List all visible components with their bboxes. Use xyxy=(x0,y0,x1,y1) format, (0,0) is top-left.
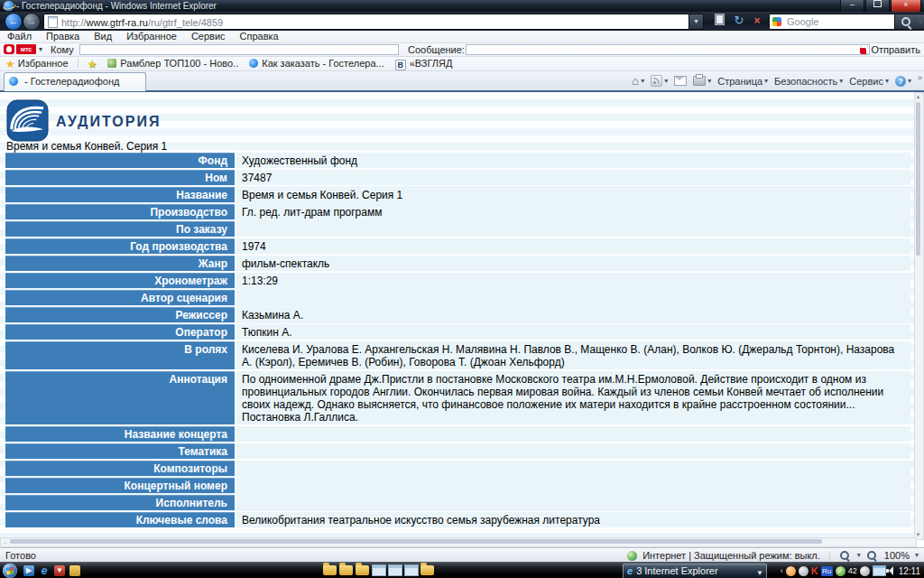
quick-launch-download-icon[interactable]: ▼ xyxy=(54,565,65,576)
vertical-scrollbar[interactable]: ▲ ▼ xyxy=(914,92,924,540)
sms-to-input[interactable] xyxy=(79,44,399,55)
quick-launch-mail-icon[interactable] xyxy=(69,565,80,576)
zoom-level[interactable]: 100% xyxy=(884,549,910,562)
page-menu-button[interactable]: Страница▾ xyxy=(717,76,768,87)
volume-icon[interactable] xyxy=(889,566,893,575)
page-menu-label: Страница xyxy=(717,76,762,87)
row-value xyxy=(236,221,910,237)
row-label: Автор сценария xyxy=(5,290,236,305)
favorites-link-rambler[interactable]: Рамблер ТОП100 - Ново.. xyxy=(102,57,244,70)
window-thumbnail[interactable] xyxy=(372,564,386,576)
row-label: Название концерта xyxy=(5,426,236,442)
taskbar-group-dropdown-icon[interactable]: ▼ xyxy=(756,567,763,578)
folder-window-icon[interactable] xyxy=(420,565,434,575)
scrollbar-thumb[interactable] xyxy=(916,102,920,256)
scroll-left-icon[interactable]: ‹ xyxy=(2,539,8,547)
tab-gosteleradiofond[interactable]: - Гостелерадиофонд xyxy=(4,72,146,91)
tray-update-icon[interactable]: ✓ xyxy=(836,566,845,576)
window-thumbnail[interactable] xyxy=(404,564,419,576)
search-box[interactable] xyxy=(769,14,895,30)
scroll-up-icon[interactable]: ▲ xyxy=(915,93,921,101)
table-row: Ном37487 xyxy=(5,170,910,185)
safety-menu-button[interactable]: Безопасность▾ xyxy=(774,76,843,87)
horizontal-scrollbar[interactable]: ‹ xyxy=(0,537,917,547)
forward-button[interactable]: → xyxy=(23,13,41,31)
menu-favorites[interactable]: Избранное xyxy=(119,31,184,42)
favorites-link-vzglyad[interactable]: B«ВЗГЛЯД xyxy=(390,57,458,70)
address-dropdown-button[interactable]: ▾ xyxy=(689,14,704,30)
back-button[interactable]: ← xyxy=(5,13,23,31)
sms-to-label: Кому xyxy=(51,43,74,56)
table-row: РежиссерКазьмина А. xyxy=(5,307,910,322)
tray-collapse-icon[interactable]: ‹ xyxy=(781,566,783,575)
zoom-magnifier-icon[interactable] xyxy=(866,550,879,561)
toolbar-overflow-chevron[interactable]: » xyxy=(918,73,922,82)
maximize-button[interactable] xyxy=(865,0,890,13)
row-value: Художественный фонд xyxy=(236,153,910,168)
compatibility-view-button[interactable] xyxy=(711,14,727,28)
favorites-link-gtrf[interactable]: Как заказать - Гостелера... xyxy=(244,57,390,70)
dropdown-icon: ▾ xyxy=(641,77,644,85)
tray-counter[interactable]: 42 xyxy=(848,566,857,575)
search-input[interactable] xyxy=(785,14,893,29)
scrollbar-thumb[interactable] xyxy=(10,539,822,544)
mts-brand-badge[interactable]: мтс xyxy=(16,44,36,54)
mts-logo-icon[interactable] xyxy=(4,44,14,54)
print-button[interactable]: ▾ xyxy=(693,76,711,86)
sms-send-button[interactable]: Отправить xyxy=(860,43,920,56)
search-options-icon[interactable]: ▾ xyxy=(919,18,922,26)
row-label: Год производства xyxy=(5,238,236,254)
minimize-button[interactable]: – xyxy=(840,0,864,13)
status-text: Готово xyxy=(5,549,36,562)
quick-launch-ie-icon[interactable]: e xyxy=(39,565,50,576)
zoom-level-dropdown-icon[interactable]: ▾ xyxy=(915,549,919,562)
help-button[interactable]: ?▾ xyxy=(895,76,911,87)
start-button[interactable] xyxy=(3,564,17,578)
zoom-dropdown-icon[interactable]: ▾ xyxy=(857,549,861,562)
menu-view[interactable]: Вид xyxy=(87,31,119,42)
window-thumbnail[interactable] xyxy=(388,564,402,576)
table-row: Исполнитель xyxy=(5,495,910,510)
menu-help[interactable]: Справка xyxy=(233,31,286,42)
tray-antivirus-icon[interactable]: K xyxy=(811,564,818,577)
add-favorite-button[interactable]: ★ xyxy=(82,57,103,71)
close-button[interactable]: × xyxy=(891,0,921,13)
row-value: 37487 xyxy=(236,170,910,185)
restore-icon xyxy=(873,0,882,7)
url-path: /ru/gtrf_tele/4859 xyxy=(148,17,223,28)
menu-file[interactable]: Файл xyxy=(0,31,39,42)
refresh-button[interactable]: ↻ xyxy=(731,14,747,28)
row-label: Фонд xyxy=(5,153,236,168)
tools-menu-button[interactable]: Сервис▾ xyxy=(849,76,889,87)
home-button[interactable]: ⌂▾ xyxy=(632,76,644,87)
search-button[interactable]: ▾ xyxy=(894,14,924,30)
row-label: Производство xyxy=(5,204,236,219)
mts-dropdown-icon[interactable]: ▾ xyxy=(39,45,42,53)
ie-taskbar-button[interactable]: e3 Internet Explorer ▼ xyxy=(623,564,767,578)
tray-app-icon[interactable] xyxy=(799,566,808,576)
tray-clock-icon[interactable] xyxy=(860,566,870,576)
rss-icon xyxy=(651,75,662,87)
row-label: Название xyxy=(5,187,236,202)
folder-window-icon[interactable] xyxy=(356,565,369,575)
status-right-cluster: Интернет | Защищенный режим: выкл. ▾ 100… xyxy=(627,549,919,562)
favorites-link-label: Как заказать - Гостелера... xyxy=(262,58,384,69)
change-zoom-icon[interactable] xyxy=(839,550,852,561)
tray-messenger-icon[interactable] xyxy=(786,566,796,576)
clock[interactable]: 12:11 xyxy=(899,566,920,576)
favorites-button[interactable]: ★ Избранное xyxy=(0,57,74,71)
folder-window-icon[interactable] xyxy=(323,565,337,575)
quick-launch-media-icon[interactable]: ▶ xyxy=(23,565,34,576)
address-bar[interactable]: http://www.gtrf-ra.ru/ru/gtrf_tele/4859 xyxy=(43,14,689,30)
sms-message-input[interactable] xyxy=(466,44,870,55)
network-icon[interactable] xyxy=(873,565,886,576)
read-mail-button[interactable] xyxy=(674,76,687,86)
sms-message-label: Сообщение: xyxy=(408,43,465,56)
stop-button[interactable]: × xyxy=(749,14,765,28)
menu-edit[interactable]: Правка xyxy=(39,31,87,42)
menu-tools[interactable]: Сервис xyxy=(184,31,233,42)
folder-window-icon[interactable] xyxy=(339,565,353,575)
title-bar[interactable]: - Гостелерадиофонд - Windows Internet Ex… xyxy=(0,0,924,12)
language-indicator[interactable]: Ru xyxy=(821,566,833,576)
feeds-button[interactable]: ▾ xyxy=(651,75,668,87)
